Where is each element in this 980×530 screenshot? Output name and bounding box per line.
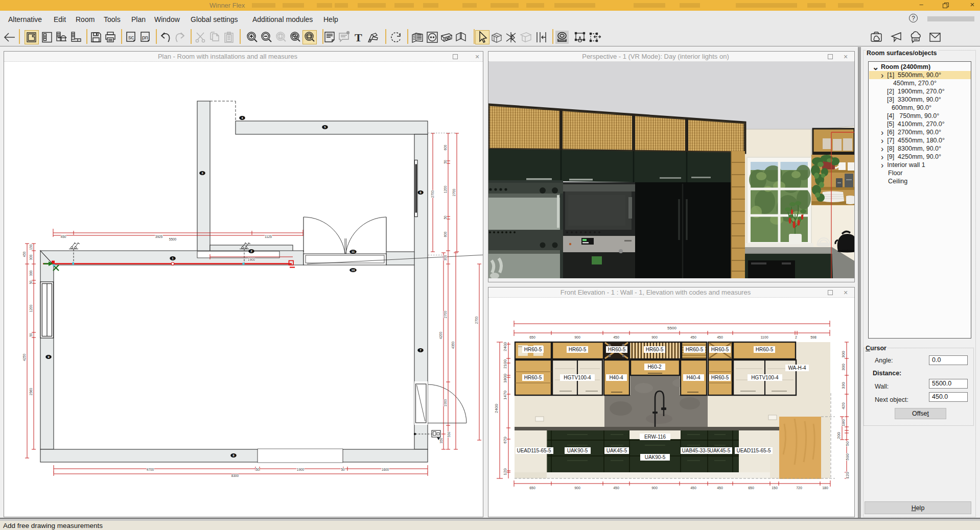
svg-text:1: 1 bbox=[172, 256, 174, 260]
svg-text:50: 50 bbox=[444, 215, 447, 220]
svg-text:300: 300 bbox=[841, 351, 846, 358]
svg-text:1200: 1200 bbox=[29, 304, 33, 312]
svg-text:450: 450 bbox=[717, 335, 723, 339]
svg-text:9: 9 bbox=[48, 355, 50, 358]
svg-text:600: 600 bbox=[444, 144, 447, 150]
svg-text:HR60-5: HR60-5 bbox=[646, 347, 664, 352]
svg-text:UEAD115-65-5: UEAD115-65-5 bbox=[517, 448, 551, 453]
svg-text:HR60-5: HR60-5 bbox=[756, 347, 774, 352]
svg-text:670: 670 bbox=[503, 437, 507, 444]
svg-text:1600: 1600 bbox=[382, 468, 389, 471]
svg-text:H60-2: H60-2 bbox=[647, 364, 662, 370]
svg-text:450: 450 bbox=[61, 235, 66, 238]
svg-text:HR60-5: HR60-5 bbox=[524, 375, 542, 380]
svg-text:180: 180 bbox=[822, 486, 828, 490]
svg-text:1000: 1000 bbox=[444, 399, 447, 406]
svg-text:2700: 2700 bbox=[444, 310, 447, 318]
svg-text:11: 11 bbox=[352, 250, 355, 253]
svg-text:1125: 1125 bbox=[265, 235, 272, 238]
svg-text:900: 900 bbox=[574, 335, 580, 339]
svg-text:450: 450 bbox=[690, 486, 696, 490]
svg-text:WA-H-4: WA-H-4 bbox=[788, 365, 806, 371]
svg-text:UAK45-5: UAK45-5 bbox=[606, 448, 627, 453]
svg-text:650: 650 bbox=[529, 486, 535, 490]
svg-text:8: 8 bbox=[232, 453, 235, 457]
svg-text:1900: 1900 bbox=[297, 468, 305, 471]
svg-text:UAB45-33-5: UAB45-33-5 bbox=[682, 448, 710, 453]
svg-text:300: 300 bbox=[29, 254, 33, 260]
svg-text:720: 720 bbox=[796, 486, 802, 490]
svg-text:8300: 8300 bbox=[231, 474, 239, 477]
svg-text:HR60-5: HR60-5 bbox=[711, 347, 729, 352]
svg-text:1200: 1200 bbox=[444, 185, 447, 193]
svg-text:1100: 1100 bbox=[760, 335, 768, 339]
svg-text:2: 2 bbox=[795, 335, 797, 339]
svg-text:300: 300 bbox=[444, 255, 447, 260]
svg-text:900: 900 bbox=[651, 335, 658, 339]
svg-text:450: 450 bbox=[690, 335, 696, 339]
svg-text:4700: 4700 bbox=[147, 468, 154, 471]
svg-text:50: 50 bbox=[29, 280, 33, 284]
svg-text:UAK90-5: UAK90-5 bbox=[645, 454, 666, 460]
svg-text:H40-4: H40-4 bbox=[609, 375, 623, 380]
svg-text:2: 2 bbox=[250, 249, 252, 253]
svg-text:180: 180 bbox=[841, 419, 846, 426]
svg-text:330: 330 bbox=[841, 382, 846, 389]
svg-text:2560: 2560 bbox=[29, 388, 33, 395]
svg-text:800: 800 bbox=[444, 231, 447, 237]
svg-text:T: T bbox=[355, 31, 362, 44]
svg-text:500: 500 bbox=[845, 453, 850, 461]
svg-text:550: 550 bbox=[447, 431, 451, 437]
svg-text:2700: 2700 bbox=[452, 188, 456, 196]
svg-text:4350: 4350 bbox=[451, 341, 455, 349]
svg-text:6: 6 bbox=[419, 190, 422, 194]
svg-text:650: 650 bbox=[748, 486, 754, 490]
svg-text:150: 150 bbox=[772, 486, 778, 490]
svg-text:2700: 2700 bbox=[475, 316, 478, 324]
svg-text:350: 350 bbox=[439, 438, 443, 443]
svg-text:420: 420 bbox=[841, 402, 846, 409]
svg-text:HR60-5: HR60-5 bbox=[711, 375, 729, 380]
svg-text:120: 120 bbox=[503, 468, 507, 475]
svg-text:H40-4: H40-4 bbox=[686, 375, 701, 380]
svg-text:5500: 5500 bbox=[667, 326, 676, 330]
svg-text:ERW-116: ERW-116 bbox=[644, 434, 666, 440]
svg-text:2100: 2100 bbox=[503, 359, 507, 369]
svg-text:150: 150 bbox=[29, 244, 33, 250]
svg-text:50: 50 bbox=[845, 441, 850, 446]
svg-text:HGTV100-4: HGTV100-4 bbox=[564, 375, 591, 380]
svg-text:7: 7 bbox=[419, 348, 422, 352]
svg-text:650: 650 bbox=[529, 335, 535, 339]
svg-text:UAK90-5: UAK90-5 bbox=[567, 448, 588, 453]
svg-text:598: 598 bbox=[810, 335, 816, 339]
svg-text:sc: sc bbox=[128, 34, 134, 40]
svg-text:4250: 4250 bbox=[22, 353, 26, 361]
svg-text:3925: 3925 bbox=[155, 235, 163, 238]
svg-text:UAK45-5: UAK45-5 bbox=[710, 448, 731, 453]
svg-text:HR60-5: HR60-5 bbox=[524, 347, 542, 352]
svg-text:900: 900 bbox=[574, 486, 580, 490]
svg-text:450: 450 bbox=[717, 486, 723, 490]
svg-text:1900: 1900 bbox=[248, 258, 255, 261]
svg-text:120: 120 bbox=[845, 472, 850, 479]
svg-text:390: 390 bbox=[29, 270, 33, 276]
svg-text:200: 200 bbox=[836, 432, 841, 439]
svg-text:50: 50 bbox=[29, 333, 33, 337]
svg-text:2700: 2700 bbox=[431, 190, 434, 198]
svg-text:1800: 1800 bbox=[503, 374, 507, 383]
svg-text:50: 50 bbox=[341, 468, 345, 471]
svg-text:UEAD115-65-5: UEAD115-65-5 bbox=[736, 448, 771, 453]
svg-text:pn: pn bbox=[142, 34, 148, 40]
svg-text:2400: 2400 bbox=[494, 404, 499, 413]
svg-text:4: 4 bbox=[241, 116, 243, 119]
svg-text:10: 10 bbox=[352, 268, 355, 272]
svg-text:5500: 5500 bbox=[169, 237, 177, 241]
svg-text:HGTV100-4: HGTV100-4 bbox=[751, 375, 779, 380]
svg-text:HR60-5: HR60-5 bbox=[608, 347, 626, 352]
svg-text:450: 450 bbox=[22, 251, 26, 257]
svg-text:HR60-5: HR60-5 bbox=[569, 347, 587, 352]
svg-text:50: 50 bbox=[444, 160, 447, 164]
svg-text:2400: 2400 bbox=[503, 342, 507, 351]
svg-text:900: 900 bbox=[651, 486, 658, 490]
svg-text:5: 5 bbox=[324, 125, 326, 129]
